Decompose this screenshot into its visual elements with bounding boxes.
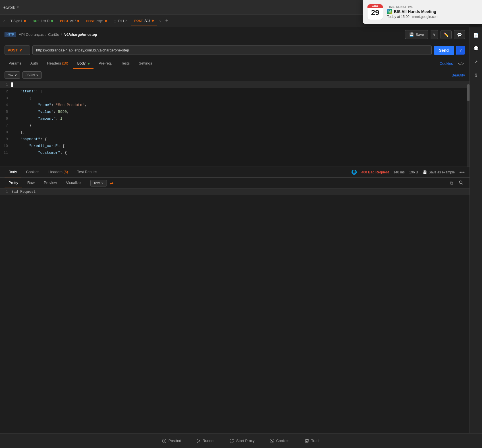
url-input[interactable] [32,45,432,55]
tab-5-dot [152,20,154,22]
tab-next-button[interactable]: › [157,18,163,24]
tab-4[interactable]: ⊟ Efi Ho [110,16,131,26]
code-toggle[interactable]: </> [457,59,465,69]
sidebar-doc-button[interactable]: 📄 [471,31,481,40]
tab-5-method: POST [134,19,143,22]
search-response-button[interactable] [457,179,465,187]
tab-2-method: POST [60,19,68,23]
copy-response-button[interactable]: ⧉ [448,179,455,187]
tab-headers[interactable]: Headers (10) [43,58,72,69]
postbot-icon [162,438,167,443]
wrap-icon-button[interactable]: ⇌ [109,179,115,187]
send-button[interactable]: Send [434,46,454,55]
notification-subtitle: Today at 15:00 · meet.google.com [387,15,477,19]
tab-1[interactable]: GET List D [29,16,57,26]
raw-select[interactable]: raw ∨ [5,71,20,79]
tab-body[interactable]: Body [73,58,94,69]
right-sidebar: 📄 💬 ↗ ℹ [469,27,482,433]
code-editor[interactable]: 1 2 "items": [ 3 { 4 "name": "Meu Produt… [0,81,469,167]
tab-1-label: List D [41,19,49,23]
tab-settings[interactable]: Settings [135,58,156,69]
postbot-button[interactable]: Postbot [159,437,184,445]
comment-button[interactable]: 💬 [454,30,465,39]
editor-scrollbar-thumb [467,84,469,101]
resp-tab-cookies[interactable]: Cookies [22,167,43,177]
send-dropdown-button[interactable]: ∨ [456,46,465,55]
svg-point-8 [272,441,273,441]
resp-body-tab-pretty[interactable]: Pretty [5,178,22,188]
beautify-button[interactable]: Beautify [452,73,465,77]
resp-body-tab-raw[interactable]: Raw [23,178,39,188]
tab-5-label: /v1/ [144,19,150,23]
tab-0[interactable]: T Sign I [7,16,29,26]
method-select[interactable]: POST ∨ [5,45,30,55]
tab-2-dot [77,20,79,22]
response-line-1: 1 Bad Request [0,188,469,195]
save-example-icon: 💾 [423,170,427,174]
cookies-bottom-button[interactable]: Cookies [267,437,292,445]
tab-5[interactable]: POST /v1/ [131,16,157,26]
trash-icon [304,438,309,443]
notification-calendar: AUG 29 [367,4,383,20]
resp-tab-test-results[interactable]: Test Results [73,167,101,177]
breadcrumb-bar: HTTP API Cobranças / Cartão / /v1/charge… [0,27,469,42]
svg-point-7 [271,440,272,441]
save-example-button[interactable]: 💾 Save as example [423,170,455,174]
app-title: etwork [3,5,15,10]
tab-2[interactable]: POST /v1/ [57,16,83,26]
calendar-day: 29 [371,9,379,16]
json-select[interactable]: JSON ∨ [22,71,42,79]
tab-prereq[interactable]: Pre-req. [95,58,116,69]
tab-tests[interactable]: Tests [117,58,134,69]
cookies-button[interactable]: Cookies [440,59,453,69]
tab-4-label: Efi Ho [118,19,128,23]
runner-button[interactable]: Runner [193,437,218,445]
save-button[interactable]: 💾 Save [405,30,428,39]
editor-scrollbar[interactable] [467,81,469,167]
breadcrumb-sep-2: / [61,32,62,37]
tab-params[interactable]: Params [5,58,25,69]
edit-button[interactable]: ✏️ [441,30,452,39]
response-section: Body Cookies Headers (6) Test Results 🌐 … [0,167,469,245]
meet-icon: M [387,9,392,14]
sidebar-comment-button[interactable]: 💬 [471,44,481,53]
response-action-buttons: ⧉ [448,179,465,187]
code-line-5: 5 "value": 5990, [0,109,469,115]
text-format-select[interactable]: Text ∨ [90,180,107,186]
method-chevron: ∨ [19,48,22,52]
start-proxy-button[interactable]: Start Proxy [227,437,257,445]
start-proxy-icon [229,438,234,443]
network-title: etwork ∨ [3,5,19,10]
code-line-10: 10 "credit_card": { [0,143,469,150]
sidebar-info-button[interactable]: ℹ [473,71,479,80]
breadcrumb-sep-1: / [45,32,47,37]
breadcrumb-actions: 💾 Save ∨ ✏️ 💬 [405,30,465,39]
resp-tab-body[interactable]: Body [5,167,21,177]
tab-auth[interactable]: Auth [26,58,42,69]
code-line-11: 11 "customer": { [0,150,469,156]
sidebar-arrows-button[interactable]: ↗ [472,57,479,66]
breadcrumb: API Cobranças / Cartão / /v1/charge/ones… [19,32,97,37]
tab-1-dot [51,20,53,22]
save-example-label: Save as example [429,170,455,174]
breadcrumb-page[interactable]: Cartão [48,32,59,37]
text-chevron: ∨ [101,181,104,185]
cookies-icon [269,438,275,443]
resp-body-tab-preview[interactable]: Preview [40,178,61,188]
resp-tab-headers[interactable]: Headers (6) [45,167,72,177]
tab-0-label: T Sign I [11,19,22,23]
code-line-4: 4 "name": "Meu Produto", [0,102,469,109]
tab-4-icon: ⊟ [114,19,117,23]
svg-line-3 [462,183,463,184]
tab-prev-button[interactable]: ‹ [1,18,7,24]
trash-button[interactable]: Trash [302,437,323,445]
raw-chevron: ∨ [14,73,17,77]
save-dropdown-button[interactable]: ∨ [431,30,438,39]
breadcrumb-api[interactable]: API Cobranças [19,32,43,37]
format-bar: raw ∨ JSON ∨ Beautify [0,69,469,81]
tab-3[interactable]: POST http: [83,16,110,26]
more-options-button[interactable]: ••• [459,170,465,175]
resp-body-tab-visualize[interactable]: Visualize [62,178,85,188]
tab-add-button[interactable]: + [163,17,171,25]
response-text: Bad Request [11,188,36,195]
